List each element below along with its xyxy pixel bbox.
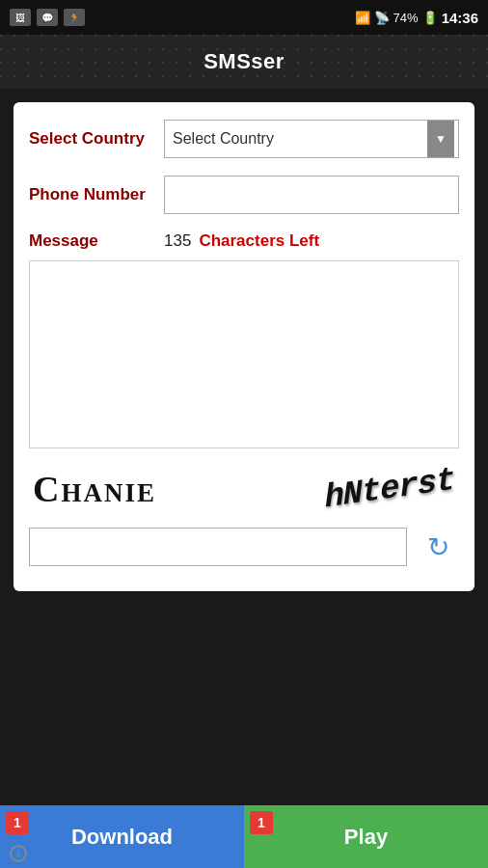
char-count: 135 bbox=[164, 231, 191, 251]
captcha-input[interactable] bbox=[29, 528, 407, 566]
gallery-icon: 🖼 bbox=[10, 9, 31, 26]
status-bar: 🖼 💬 🏃 📶 📡 74% 🔋 14:36 bbox=[0, 0, 488, 35]
play-badge: 1 bbox=[250, 811, 273, 834]
select-country-label: Select Country bbox=[29, 129, 164, 149]
status-icons-right: 📶 📡 74% 🔋 14:36 bbox=[355, 10, 478, 26]
message-textarea[interactable] bbox=[29, 260, 459, 448]
title-bar: SMSser bbox=[0, 35, 488, 89]
play-button[interactable]: 1 Play bbox=[244, 805, 488, 868]
info-icon: i bbox=[10, 845, 27, 862]
clock: 14:36 bbox=[442, 10, 478, 26]
download-badge: 1 bbox=[6, 811, 29, 834]
app-title: SMSser bbox=[203, 49, 285, 74]
captcha-image-1: Chanie bbox=[33, 468, 156, 510]
run-icon: 🏃 bbox=[64, 9, 85, 26]
chars-left-label: Characters Left bbox=[199, 231, 319, 251]
battery-icon: 🔋 bbox=[422, 11, 438, 25]
download-label: Download bbox=[71, 825, 173, 850]
status-icons-left: 🖼 💬 🏃 bbox=[10, 9, 85, 26]
play-label: Play bbox=[344, 825, 388, 850]
message-label: Message bbox=[29, 231, 164, 251]
country-select[interactable]: Select Country ▼ bbox=[164, 120, 459, 158]
download-button[interactable]: 1 Download i bbox=[0, 805, 244, 868]
refresh-icon: ↻ bbox=[427, 531, 449, 563]
phone-number-row: Phone Number bbox=[29, 176, 459, 214]
phone-number-input[interactable] bbox=[164, 176, 459, 214]
signal-icon: 📡 bbox=[374, 11, 390, 25]
battery-percent: 74% bbox=[393, 11, 419, 25]
wifi-icon: 📶 bbox=[355, 11, 370, 25]
refresh-captcha-button[interactable]: ↻ bbox=[417, 526, 459, 568]
phone-number-label: Phone Number bbox=[29, 185, 164, 204]
captcha-image-2: hNterst bbox=[324, 462, 456, 517]
captcha-input-row: ↻ bbox=[29, 526, 459, 568]
message-row: Message 135 Characters Left bbox=[29, 231, 459, 251]
chat-icon: 💬 bbox=[37, 9, 58, 26]
chevron-down-icon: ▼ bbox=[427, 121, 454, 157]
select-country-row: Select Country Select Country ▼ bbox=[29, 120, 459, 158]
captcha-area: Chanie hNterst bbox=[29, 468, 459, 510]
main-card: Select Country Select Country ▼ Phone Nu… bbox=[14, 102, 474, 591]
bottom-buttons: 1 Download i 1 Play bbox=[0, 805, 488, 868]
country-select-text: Select Country bbox=[173, 130, 274, 148]
